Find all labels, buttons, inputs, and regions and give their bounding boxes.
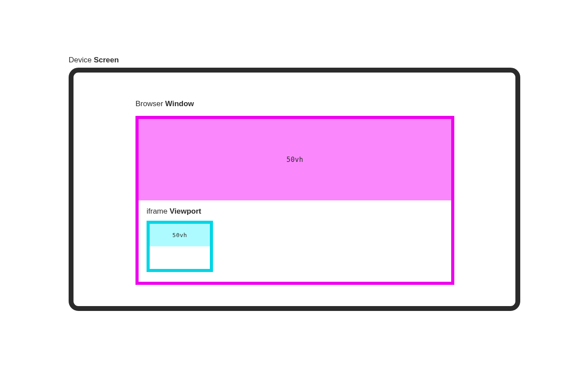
device-screen-label: Device Screen (69, 55, 520, 65)
device-label-prefix: Device (69, 56, 94, 64)
iframe-viewport-fill: 50vh (150, 224, 210, 246)
device-screen-box: Browser Window 50vh iframe Viewport 50vh (69, 68, 520, 311)
browser-window-box: 50vh iframe Viewport 50vh (135, 116, 454, 285)
browser-window-label: Browser Window (135, 99, 194, 109)
iframe-label-prefix: iframe (147, 207, 170, 215)
iframe-fill-text: 50vh (172, 232, 187, 238)
browser-fill-text: 50vh (286, 156, 303, 164)
browser-label-bold: Window (165, 100, 194, 108)
iframe-viewport-label: iframe Viewport (147, 207, 201, 216)
browser-label-prefix: Browser (135, 100, 165, 108)
browser-window-fill: 50vh (139, 119, 451, 200)
device-label-bold: Screen (94, 56, 119, 64)
iframe-viewport-box: 50vh (147, 221, 213, 272)
iframe-label-bold: Viewport (170, 207, 201, 215)
